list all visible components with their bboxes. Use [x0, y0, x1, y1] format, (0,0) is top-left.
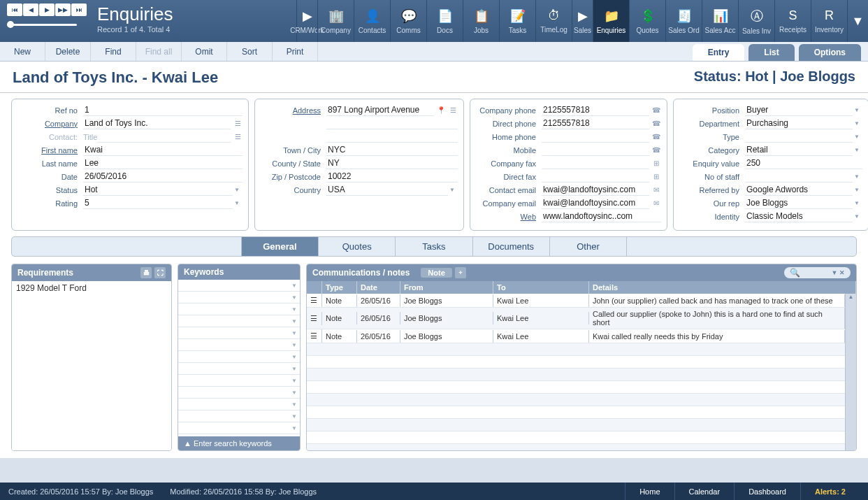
label-company[interactable]: Company: [17, 120, 83, 128]
title-field[interactable]: [97, 131, 231, 143]
our-rep-field[interactable]: [745, 197, 853, 209]
requirements-text[interactable]: 1929 Model T Ford: [12, 281, 171, 295]
module-crmwork[interactable]: ▶CRM/Work: [296, 0, 317, 42]
country-field[interactable]: [326, 184, 448, 196]
label-first-name[interactable]: First name: [17, 146, 83, 155]
chevron-down-icon[interactable]: ▼: [854, 213, 862, 220]
nav-last-button[interactable]: ⏭: [71, 3, 87, 16]
calendar-button[interactable]: Calendar: [674, 483, 735, 500]
direct-fax-field[interactable]: [542, 171, 649, 183]
keyword-row[interactable]: ▼: [178, 339, 300, 351]
keyword-row[interactable]: ▼: [178, 351, 300, 363]
enquiry-value-field[interactable]: [745, 157, 862, 169]
req-print-icon[interactable]: 🖶: [140, 267, 152, 278]
tab-entry[interactable]: Entry: [693, 44, 745, 61]
rating-field[interactable]: [83, 197, 233, 209]
keyword-row[interactable]: ▼: [178, 327, 300, 339]
chevron-down-icon[interactable]: ▼: [854, 134, 862, 140]
keywords-foot-button[interactable]: ▲ Enter search keywords: [178, 436, 300, 450]
module-salesacc[interactable]: 📊Sales Acc: [702, 0, 738, 42]
keyword-row[interactable]: ▼: [178, 303, 300, 315]
keyword-row[interactable]: ▼: [178, 422, 300, 434]
address2-field[interactable]: [326, 117, 458, 129]
module-contacts[interactable]: 👤Contacts: [354, 0, 390, 42]
company-field[interactable]: [83, 117, 231, 129]
first-name-field[interactable]: [83, 144, 243, 156]
nav-next-button[interactable]: ▶: [39, 3, 55, 16]
tab-list[interactable]: List: [748, 44, 794, 61]
chevron-down-icon[interactable]: ▼: [854, 107, 862, 113]
nav-prev-button[interactable]: ◀: [23, 3, 38, 16]
email-icon[interactable]: ✉: [651, 199, 661, 208]
req-expand-icon[interactable]: ⛶: [154, 267, 166, 278]
tab-tasks[interactable]: Tasks: [395, 237, 472, 256]
company-list-icon[interactable]: ☰: [233, 119, 243, 129]
comm-search[interactable]: 🔍▼ ✕: [784, 267, 851, 278]
chevron-down-icon[interactable]: ▼: [854, 120, 862, 127]
address-list-icon[interactable]: ☰: [448, 106, 458, 115]
keyword-row[interactable]: ▼: [178, 363, 300, 375]
module-tasks[interactable]: 📝Tasks: [499, 0, 535, 42]
status-field[interactable]: [83, 184, 233, 196]
note-button[interactable]: Note: [421, 268, 451, 278]
tab-documents[interactable]: Documents: [472, 237, 549, 256]
keyword-row[interactable]: ▼: [178, 315, 300, 327]
col-details[interactable]: Details: [589, 281, 856, 294]
row-open-icon[interactable]: ☰: [307, 294, 322, 307]
company-email-field[interactable]: [542, 197, 649, 209]
direct-phone-field[interactable]: [542, 117, 649, 129]
col-type[interactable]: Type: [322, 281, 357, 294]
mobile-field[interactable]: [542, 144, 649, 156]
comm-row[interactable]: ☰Note26/05/16Joe BloggsKwai LeeKwai call…: [307, 329, 845, 343]
chevron-down-icon[interactable]: ▼: [854, 147, 862, 153]
company-phone-field[interactable]: [542, 104, 649, 116]
web-field[interactable]: [542, 210, 661, 222]
chevron-down-icon[interactable]: ▼: [854, 173, 862, 180]
col-from[interactable]: From: [400, 281, 493, 294]
delete-button[interactable]: Delete: [45, 42, 91, 61]
ref-no-field[interactable]: [83, 104, 243, 116]
row-open-icon[interactable]: ☰: [307, 312, 322, 325]
no-staff-field[interactable]: [745, 171, 853, 183]
company-fax-field[interactable]: [542, 157, 649, 169]
module-company[interactable]: 🏢Company: [317, 0, 354, 42]
keyword-row[interactable]: ▼: [178, 410, 300, 422]
email-icon[interactable]: ✉: [651, 185, 661, 195]
referred-field[interactable]: [745, 184, 853, 196]
label-address[interactable]: Address: [261, 106, 326, 115]
chevron-down-icon[interactable]: ▼: [854, 187, 862, 193]
module-salesinv[interactable]: ⒶSales Inv: [738, 0, 774, 42]
keyword-row[interactable]: ▼: [178, 280, 300, 292]
department-field[interactable]: [745, 117, 853, 129]
print-button[interactable]: Print: [273, 42, 318, 61]
record-slider[interactable]: [7, 24, 77, 26]
nav-first-button[interactable]: ⏮: [7, 3, 22, 16]
module-quotes[interactable]: 💲Quotes: [629, 0, 665, 42]
category-field[interactable]: [745, 144, 853, 156]
town-field[interactable]: [326, 144, 458, 156]
identity-field[interactable]: [745, 210, 853, 222]
module-inventory[interactable]: RInventory: [811, 0, 847, 42]
nav-forward-button[interactable]: ▶▶: [55, 3, 71, 16]
tab-quotes[interactable]: Quotes: [318, 237, 395, 256]
phone-icon[interactable]: ☎: [651, 145, 661, 155]
module-jobs[interactable]: 📋Jobs: [463, 0, 499, 42]
fax-icon[interactable]: ⊞: [651, 159, 661, 169]
omit-button[interactable]: Omit: [182, 42, 227, 61]
phone-icon[interactable]: ☎: [651, 132, 661, 142]
position-field[interactable]: [745, 104, 853, 116]
module-sales[interactable]: ▶Sales: [572, 0, 593, 42]
chevron-down-icon[interactable]: ▼: [854, 200, 862, 206]
address-field[interactable]: [326, 104, 434, 116]
module-salesord[interactable]: 🧾Sales Ord: [665, 0, 702, 42]
chevron-down-icon[interactable]: ▼: [449, 187, 458, 193]
comm-row[interactable]: ☰Note26/05/16Joe BloggsKwai LeeJohn (our…: [307, 294, 845, 308]
chevron-down-icon[interactable]: ▼: [234, 187, 243, 193]
contact-list-icon[interactable]: ☰: [233, 132, 243, 142]
col-to[interactable]: To: [493, 281, 589, 294]
label-web[interactable]: Web: [476, 213, 542, 221]
keyword-row[interactable]: ▼: [178, 387, 300, 399]
contact-email-field[interactable]: [542, 184, 649, 196]
keyword-row[interactable]: ▼: [178, 375, 300, 387]
type-field[interactable]: [745, 131, 853, 143]
